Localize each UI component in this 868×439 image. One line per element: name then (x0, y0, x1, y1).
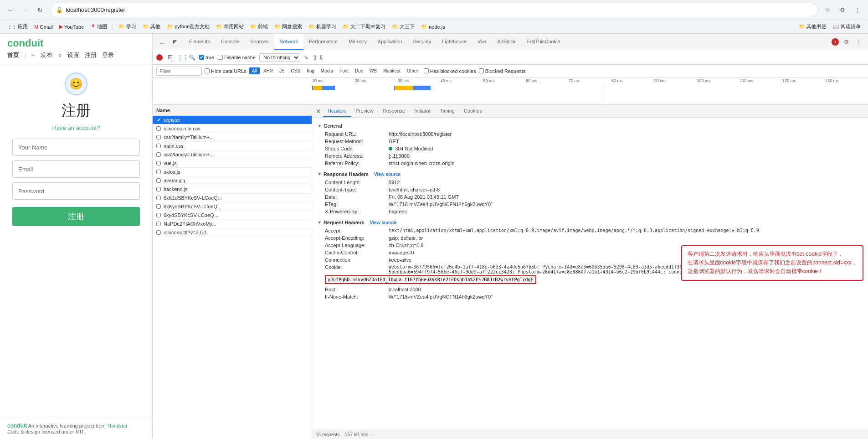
bookmark-reader[interactable]: 📖 阅读清单 (830, 22, 863, 31)
filter-js[interactable]: JS (277, 67, 288, 74)
details-close-button[interactable]: ✕ (314, 107, 323, 116)
tab-lighthouse[interactable]: Lighthouse (437, 34, 472, 50)
bookmark-star-button[interactable]: ☆ (822, 4, 834, 16)
file-item-NaP[interactable]: NaPDcZTIAOhVxoMy... (153, 220, 312, 228)
nav-home[interactable]: 首页 (7, 51, 19, 59)
reload-button[interactable]: ↻ (34, 4, 46, 16)
devtools-settings-button[interactable]: ⚙ (841, 36, 852, 47)
record-button[interactable] (156, 54, 163, 61)
file-checkbox-main-css[interactable] (156, 144, 161, 148)
bookmark-gmail[interactable]: M Gmail (31, 23, 56, 31)
nav-publish[interactable]: 发布 (41, 51, 52, 59)
password-input[interactable] (12, 182, 140, 200)
bookmark-review[interactable]: 📁 大二下期末复习 (340, 22, 388, 31)
tab-editthiscookie[interactable]: EditThisCookie (521, 34, 566, 50)
file-item-backend[interactable]: backend.js (153, 185, 312, 194)
file-checkbox-ionicons-ttf[interactable] (156, 230, 161, 235)
device-toggle-button[interactable]: ◤ (169, 36, 180, 47)
bookmark-study[interactable]: 📁 学习 (116, 22, 139, 31)
bookmark-common[interactable]: 📁 常用网站 (213, 22, 247, 31)
response-view-source[interactable]: View source (374, 172, 401, 177)
preserve-log-label[interactable]: true (199, 55, 214, 60)
disable-cache-label[interactable]: Disable cache (218, 55, 256, 60)
devtools-more-button[interactable]: ⋮ (853, 36, 864, 47)
request-view-source[interactable]: View source (370, 220, 396, 225)
filter-xhr[interactable]: XHR (261, 67, 276, 74)
address-bar[interactable]: 🔓 localhost:3000/register (50, 3, 818, 17)
tab-elements[interactable]: Elements (184, 34, 216, 50)
file-item-css2[interactable]: css?family=Titillium+... (153, 150, 312, 159)
filter-toggle-button[interactable]: ⋮⋮ (177, 54, 185, 61)
extensions-button[interactable]: ⚙ (836, 4, 849, 16)
filter-manifest[interactable]: Manifest (380, 67, 403, 74)
response-headers-section[interactable]: ▼ Response Headers View source (318, 170, 863, 179)
have-account-link[interactable]: Have an account? (52, 124, 100, 131)
file-checkbox-6xKy[interactable] (156, 204, 161, 209)
hide-data-urls-checkbox[interactable] (205, 68, 210, 73)
footer-link[interactable]: Thinkster (107, 423, 128, 429)
tab-security[interactable]: Security (407, 34, 437, 50)
search-button[interactable]: 🔍 (188, 54, 195, 61)
back-button[interactable]: ← (5, 4, 17, 16)
name-input[interactable] (12, 139, 140, 156)
filter-css[interactable]: CSS (288, 67, 303, 74)
filter-ws[interactable]: WS (367, 67, 380, 74)
filter-other[interactable]: Other (404, 67, 421, 74)
preserve-log-checkbox[interactable] (199, 55, 204, 60)
detail-tab-initiator[interactable]: Initiator (410, 105, 435, 117)
inspect-element-button[interactable]: ⎵ (156, 36, 167, 47)
file-item-vue[interactable]: vue.js (153, 159, 312, 168)
bookmark-other[interactable]: 📁 其他 (140, 22, 163, 31)
file-item-axios[interactable]: axios.js (153, 168, 312, 176)
file-item-register[interactable]: register (153, 116, 312, 124)
blocked-requests-checkbox[interactable] (479, 68, 484, 73)
bookmark-python[interactable]: 📁 python官方文档 (164, 22, 212, 31)
file-checkbox-NaP[interactable] (156, 222, 161, 226)
filter-all[interactable]: All (249, 67, 260, 74)
bookmark-da3[interactable]: 📁 大三下 (389, 22, 417, 31)
detail-tab-headers[interactable]: Headers (323, 105, 351, 117)
tab-sources[interactable]: Sources (245, 34, 274, 50)
email-input[interactable] (12, 160, 140, 178)
filter-media[interactable]: Media (318, 67, 336, 74)
file-item-main-css[interactable]: main.css (153, 142, 312, 150)
submit-button[interactable]: 注册 (12, 207, 140, 226)
tab-vue[interactable]: Vue (472, 34, 492, 50)
file-item-6xK[interactable]: 6xK1dSBYKcSV-LCoeQ... (153, 194, 312, 202)
bookmark-youtube[interactable]: ▶ YouTube (56, 23, 87, 31)
filter-font[interactable]: Font (337, 67, 351, 74)
tab-application[interactable]: Application (372, 34, 408, 50)
tab-performance[interactable]: Performance (303, 34, 343, 50)
detail-tab-response[interactable]: Response (378, 105, 410, 117)
tab-adblock[interactable]: AdBlock (492, 34, 521, 50)
filter-input[interactable] (156, 67, 202, 76)
bookmark-ml[interactable]: 📁 机器学习 (306, 22, 339, 31)
bookmark-network[interactable]: 📁 网盘搜索 (272, 22, 305, 31)
file-checkbox-avatar[interactable] (156, 178, 161, 183)
has-blocked-cookies-checkbox[interactable] (424, 68, 429, 73)
file-item-avatar[interactable]: avatar.jpg (153, 176, 312, 185)
file-item-ionicons[interactable]: ionicons.min.css (153, 124, 312, 133)
tab-memory[interactable]: Memory (343, 34, 372, 50)
throttling-select[interactable]: No throttling (259, 53, 300, 62)
file-checkbox-axios[interactable] (156, 170, 161, 174)
general-section-header[interactable]: ▼ General (318, 121, 863, 130)
file-checkbox-register[interactable] (156, 118, 161, 122)
menu-button[interactable]: ⋮ (851, 4, 863, 16)
file-checkbox-ionicons[interactable] (156, 126, 161, 131)
file-item-6xKy[interactable]: 6xKydSBYKcSV-LCoeQ... (153, 202, 312, 211)
nav-login[interactable]: 登录 (102, 51, 114, 59)
hide-data-urls-label[interactable]: Hide data URLs (205, 68, 247, 74)
file-item-6xy[interactable]: 6xydSBYKcSV-LCoeQ... (153, 211, 312, 220)
detail-tab-preview[interactable]: Preview (351, 105, 378, 117)
bookmark-apps[interactable]: ⋮⋮ 应用 (5, 22, 31, 31)
clear-button[interactable]: ⛝ (166, 54, 174, 61)
blocked-requests-label[interactable]: Blocked Requests (479, 68, 526, 74)
nav-settings[interactable]: 设置 (67, 51, 79, 59)
bookmark-other-right[interactable]: 📁 其他书签 (796, 22, 829, 31)
bookmark-maps[interactable]: 📍 地图 (87, 22, 110, 31)
filter-doc[interactable]: Doc (352, 67, 366, 74)
has-blocked-cookies-label[interactable]: Has blocked cookies (424, 68, 476, 74)
nav-register[interactable]: 注册 (85, 51, 97, 59)
file-checkbox-vue[interactable] (156, 161, 161, 165)
